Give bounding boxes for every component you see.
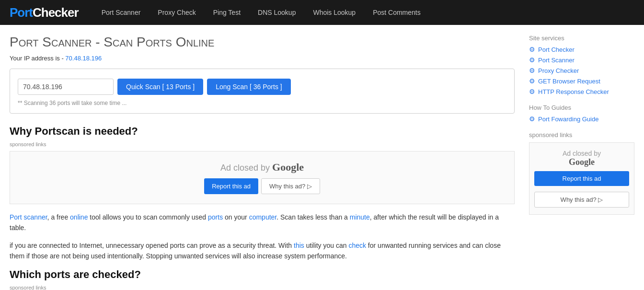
sponsored-links-1: sponsored links [10,141,515,147]
nav-item-ping-test[interactable]: Ping Test [205,0,249,25]
site-logo[interactable]: PortChecker [10,5,79,20]
gear-icon-4: ⚙ [529,77,535,85]
ip-address-link[interactable]: 70.48.18.196 [65,55,102,62]
report-ad-button-1[interactable]: Report this ad [204,178,258,194]
long-scan-button[interactable]: Long Scan [ 36 Ports ] [207,79,291,95]
port-scanner-link[interactable]: Port scanner [10,213,47,221]
section1-title: Why Portscan is needed? [10,125,515,138]
minute-link[interactable]: minute [350,213,370,221]
scanner-row: Quick Scan [ 13 Ports ] Long Scan [ 36 P… [18,79,506,95]
logo-white: Checker [33,5,79,20]
scan-note: ** Scanning 36 ports will take some time… [18,100,506,106]
nav-link-post-comments[interactable]: Post Comments [364,0,429,25]
sidebar: Site services ⚙ Port Checker ⚙ Port Scan… [529,35,634,290]
sidebar-report-ad-button[interactable]: Report this ad [534,171,629,186]
gear-icon-5: ⚙ [529,88,535,95]
sidebar-item-port-scanner[interactable]: ⚙ Port Scanner [529,56,634,64]
sidebar-why-ad-button[interactable]: Why this ad? ▷ [534,192,629,208]
sidebar-services-list: ⚙ Port Checker ⚙ Port Scanner ⚙ Proxy Ch… [529,46,634,95]
guides-title: How To Guides [529,104,634,111]
gear-icon-2: ⚙ [529,56,535,64]
nav-link-ping-test[interactable]: Ping Test [205,0,249,25]
ad-closed-text-1: Ad closed by Google [20,161,505,174]
ip-line: Your IP address is - 70.48.18.196 [10,55,515,62]
services-title: Site services [529,35,634,42]
why-ad-button-1[interactable]: Why this ad? ▷ [261,178,320,194]
para1: Port scanner, a free online tool allows … [10,212,515,233]
check-link[interactable]: check [348,242,366,249]
nav-link-proxy-check[interactable]: Proxy Check [149,0,204,25]
sidebar-item-port-forwarding[interactable]: ⚙ Port Fowarding Guide [529,115,634,123]
ad-box-1: Ad closed by Google Report this ad Why t… [10,151,515,204]
section2-title: Which ports are checked? [10,268,515,281]
sidebar-link-port-checker[interactable]: Port Checker [538,46,575,53]
ports-link[interactable]: ports [208,213,223,221]
sidebar-link-get-browser[interactable]: GET Browser Request [538,78,600,85]
nav-item-port-scanner[interactable]: Port Scanner [93,0,150,25]
this-link[interactable]: this [294,242,304,249]
sidebar-guides-list: ⚙ Port Fowarding Guide [529,115,634,123]
navigation: PortChecker Port Scanner Proxy Check Pin… [0,0,644,25]
ip-input[interactable] [18,79,114,95]
nav-item-dns-lookup[interactable]: DNS Lookup [249,0,304,25]
main-content: Port Scanner - Scan Ports Online Your IP… [10,35,515,290]
sidebar-ad-closed-text: Ad closed byGoogle [534,150,629,167]
computer-link[interactable]: computer [249,213,277,221]
sidebar-link-port-forwarding[interactable]: Port Fowarding Guide [538,116,598,123]
nav-link-dns-lookup[interactable]: DNS Lookup [249,0,304,25]
nav-item-whois-lookup[interactable]: Whois Lookup [304,0,364,25]
online-link[interactable]: online [70,213,88,221]
nav-list: Port Scanner Proxy Check Ping Test DNS L… [93,0,429,25]
nav-link-port-scanner[interactable]: Port Scanner [93,0,150,25]
logo-blue: Port [10,5,33,20]
ad-buttons-1: Report this ad Why this ad? ▷ [20,178,505,194]
para2: if you are connected to Internet, unnece… [10,240,515,262]
scanner-box: Quick Scan [ 13 Ports ] Long Scan [ 36 P… [10,69,515,114]
sidebar-link-port-scanner[interactable]: Port Scanner [538,57,575,64]
sponsored-links-2: sponsored links [10,285,515,290]
sidebar-link-http-response[interactable]: HTTP Response Checker [538,88,609,95]
nav-item-proxy-check[interactable]: Proxy Check [149,0,204,25]
quick-scan-button[interactable]: Quick Scan [ 13 Ports ] [117,79,203,95]
sidebar-item-proxy-checker[interactable]: ⚙ Proxy Checker [529,67,634,74]
nav-link-whois-lookup[interactable]: Whois Lookup [304,0,364,25]
sidebar-link-proxy-checker[interactable]: Proxy Checker [538,67,579,74]
nav-item-post-comments[interactable]: Post Comments [364,0,429,25]
gear-icon-6: ⚙ [529,115,535,123]
sidebar-ad: Ad closed byGoogle Report this ad Why th… [529,142,634,215]
page-title: Port Scanner - Scan Ports Online [10,35,515,50]
sidebar-item-get-browser[interactable]: ⚙ GET Browser Request [529,77,634,85]
sidebar-item-http-response[interactable]: ⚙ HTTP Response Checker [529,88,634,95]
gear-icon-3: ⚙ [529,67,535,74]
gear-icon-1: ⚙ [529,46,535,53]
sidebar-item-port-checker[interactable]: ⚙ Port Checker [529,46,634,53]
sidebar-sponsored: sponsored links [529,131,634,139]
